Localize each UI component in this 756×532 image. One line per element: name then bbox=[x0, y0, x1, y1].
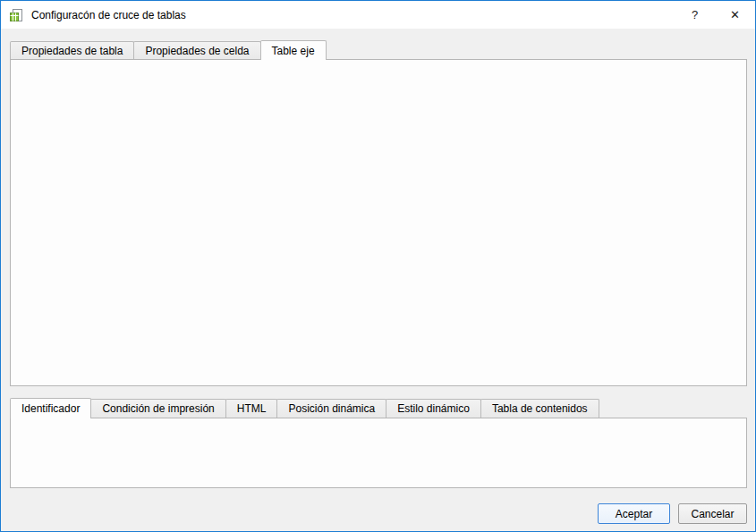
cancel-button[interactable]: Cancelar bbox=[678, 503, 747, 524]
tab-posicion-dinamica[interactable]: Posición dinámica bbox=[276, 399, 386, 418]
top-tabbar: Propiedades de tabla Propiedades de celd… bbox=[10, 40, 326, 59]
bottom-tabbar: Identificador Condición de impresión HTM… bbox=[10, 397, 599, 418]
window-controls: ? ✕ bbox=[675, 1, 755, 29]
titlebar: Configuracón de cruce de tablas ? ✕ bbox=[1, 1, 755, 29]
accept-button[interactable]: Aceptar bbox=[598, 503, 670, 524]
tab-propiedades-de-tabla[interactable]: Propiedades de tabla bbox=[10, 41, 134, 59]
close-button[interactable]: ✕ bbox=[715, 1, 755, 29]
tab-tabla-de-contenidos[interactable]: Tabla de contenidos bbox=[480, 399, 599, 418]
identifier-tab-panel bbox=[10, 418, 747, 488]
window-title: Configuracón de cruce de tablas bbox=[31, 9, 186, 21]
help-button[interactable]: ? bbox=[675, 1, 715, 29]
tab-propiedades-de-celda[interactable]: Propiedades de celda bbox=[133, 41, 260, 59]
tab-condicion-de-impresion[interactable]: Condición de impresión bbox=[90, 399, 225, 418]
pivot-config-dialog: Configuracón de cruce de tablas ? ✕ Prop… bbox=[0, 0, 756, 532]
pivot-table-icon bbox=[9, 8, 23, 22]
tab-identificador[interactable]: Identificador bbox=[10, 398, 91, 418]
tab-html[interactable]: HTML bbox=[225, 399, 278, 418]
tab-estilo-dinamico[interactable]: Estilo dinámico bbox=[386, 399, 481, 418]
tab-table-eje[interactable]: Table eje bbox=[260, 40, 327, 60]
pivot-tab-panel bbox=[10, 59, 747, 386]
